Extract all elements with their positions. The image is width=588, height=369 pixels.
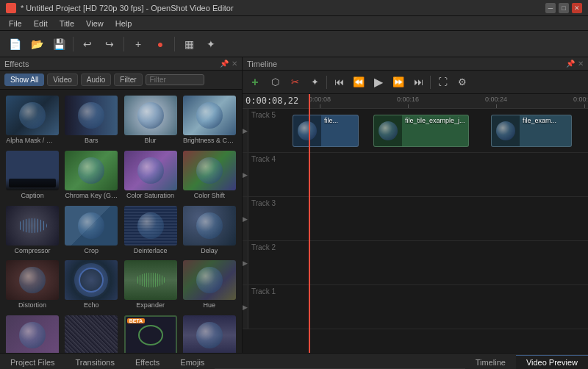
filter-audio[interactable]: Audio bbox=[81, 74, 112, 86]
effect-item-hue[interactable]: Hue bbox=[182, 259, 237, 311]
enable-clips-button[interactable]: ⬡ bbox=[265, 73, 284, 92]
track-label-5: ▶ bbox=[243, 285, 248, 329]
new-button[interactable]: 📄 bbox=[4, 34, 25, 54]
effects-button[interactable]: ✦ bbox=[201, 34, 221, 54]
menu-file[interactable]: File bbox=[3, 16, 28, 30]
fast-forward-button[interactable]: ⏩ bbox=[389, 73, 408, 92]
menu-title[interactable]: Title bbox=[54, 16, 80, 30]
clip-0[interactable]: file... bbox=[293, 115, 359, 147]
toolbar-sep-3 bbox=[174, 37, 175, 51]
import-button[interactable]: + bbox=[128, 34, 148, 54]
effect-item-bars[interactable]: Bars bbox=[63, 94, 119, 146]
tab-project-files[interactable]: Project Files bbox=[0, 355, 65, 369]
track-label-3: ▶ bbox=[243, 197, 248, 240]
effect-item-color-saturation[interactable]: Color Saturation bbox=[123, 149, 179, 201]
effect-label: Brightness & Co... bbox=[183, 137, 236, 145]
track-content-2[interactable]: Track 4 bbox=[248, 153, 588, 196]
effect-item-brightness---co---[interactable]: Brightness & Co... bbox=[182, 94, 237, 146]
track-content-3[interactable]: Track 3 bbox=[248, 197, 588, 240]
effect-item-compressor[interactable]: Compressor bbox=[4, 204, 60, 257]
track-content-1[interactable]: Track 5file...file_tile_example_j...file… bbox=[248, 109, 588, 152]
effect-item-noise[interactable]: Noise bbox=[63, 314, 119, 353]
filter-show-all[interactable]: Show All bbox=[4, 74, 44, 86]
tab-video-preview[interactable]: Video Preview bbox=[516, 355, 588, 369]
effect-item-alpha-mask---wi---[interactable]: Alpha Mask / Wi... bbox=[4, 94, 60, 146]
menu-edit[interactable]: Edit bbox=[28, 16, 54, 30]
open-button[interactable]: 📂 bbox=[26, 34, 47, 54]
effect-label: Blur bbox=[145, 137, 157, 145]
undo-button[interactable]: ↩ bbox=[77, 34, 98, 54]
track-label-1: ▶ bbox=[243, 109, 248, 152]
play-button[interactable]: ▶ bbox=[369, 73, 388, 92]
effect-label: Alpha Mask / Wi... bbox=[6, 137, 59, 145]
tl-sep-2 bbox=[430, 76, 431, 89]
time-mark-4: 0:00:32 bbox=[573, 96, 588, 108]
tab-timeline[interactable]: Timeline bbox=[465, 355, 516, 369]
track-content-4[interactable]: Track 2 bbox=[248, 241, 588, 284]
cut-button[interactable]: ✂ bbox=[285, 73, 304, 92]
track-4: ▶Track 2 bbox=[243, 241, 588, 285]
filter-video[interactable]: Video bbox=[47, 74, 77, 86]
time-mark-1: 0:00:08 bbox=[309, 96, 331, 108]
track-content-5[interactable]: Track 1 bbox=[248, 285, 588, 329]
redo-button[interactable]: ↪ bbox=[99, 34, 120, 54]
effect-item-color-shift[interactable]: Color Shift bbox=[182, 149, 237, 201]
effect-item-delay[interactable]: Delay bbox=[182, 204, 237, 257]
minimize-button[interactable]: ─ bbox=[545, 3, 556, 13]
effect-label: Bars bbox=[85, 137, 98, 145]
effect-item-distortion[interactable]: Distortion bbox=[4, 259, 60, 311]
settings-button[interactable]: ⚙ bbox=[453, 73, 472, 92]
prev-marker-button[interactable]: ⏮ bbox=[329, 73, 348, 92]
next-marker-button[interactable]: ⏭ bbox=[409, 73, 428, 92]
effect-item-deinterlace[interactable]: Deinterlace bbox=[123, 204, 179, 257]
timeline-close-icon[interactable]: ✕ bbox=[578, 60, 584, 68]
tab-effects[interactable]: Effects bbox=[125, 355, 170, 369]
tab-transitions[interactable]: Transitions bbox=[65, 355, 125, 369]
time-mark-3: 0:00:24 bbox=[485, 96, 507, 108]
effect-item-expander[interactable]: Expander bbox=[123, 259, 179, 311]
track-name-label: Track 1 bbox=[251, 287, 276, 295]
effects-search-input[interactable] bbox=[146, 74, 204, 85]
effect-item-echo[interactable]: Echo bbox=[63, 259, 119, 311]
effect-item-crop[interactable]: Crop bbox=[63, 204, 119, 257]
effect-item-negative[interactable]: Negative bbox=[4, 314, 60, 353]
window-title: * Untitled Project [HD 720p 30 fps] - Op… bbox=[21, 4, 545, 12]
maximize-button[interactable]: □ bbox=[559, 3, 569, 13]
rewind-button[interactable]: ⏪ bbox=[349, 73, 368, 92]
effect-item-object-detector[interactable]: BETAObject Detector bbox=[123, 314, 179, 353]
menubar: File Edit Title View Help bbox=[0, 16, 588, 31]
timeline-title: Timeline bbox=[247, 60, 277, 68]
effect-item-parametric-eq[interactable]: Parametric EQ bbox=[182, 314, 237, 353]
effects-grid: Alpha Mask / Wi...BarsBlurBrightness & C… bbox=[0, 90, 242, 353]
effects-close-icon[interactable]: ✕ bbox=[232, 60, 237, 68]
menu-help[interactable]: Help bbox=[110, 16, 138, 30]
right-panel: Timeline 📌 ✕ + ⬡ ✂ ✦ ⏮ ⏪ ▶ ⏩ ⏭ ⛶ ⚙ 0: bbox=[243, 57, 588, 353]
effect-label: Compressor bbox=[15, 247, 51, 255]
full-screen-button[interactable]: ⛶ bbox=[433, 73, 452, 92]
menu-view[interactable]: View bbox=[80, 16, 110, 30]
effects-panel-header: Effects 📌 ✕ bbox=[0, 57, 242, 71]
effect-label: Distortion bbox=[18, 301, 46, 309]
effect-item-blur[interactable]: Blur bbox=[123, 94, 179, 146]
track-label-2: ▶ bbox=[243, 153, 248, 196]
tracks-container: ▶Track 5file...file_tile_example_j...fil… bbox=[243, 109, 588, 353]
effect-label: Deinterlace bbox=[134, 247, 168, 255]
effect-label: Hue bbox=[204, 301, 216, 309]
filter-filter[interactable]: Filter bbox=[114, 74, 142, 86]
track-arrow-icon: ▶ bbox=[243, 127, 248, 135]
clip-1[interactable]: file_tile_example_j... bbox=[373, 115, 469, 147]
effect-label: Delay bbox=[201, 247, 218, 255]
close-button[interactable]: ✕ bbox=[572, 3, 582, 13]
tab-emojis[interactable]: Emojis bbox=[170, 355, 215, 369]
time-display: 0:00:08,22 bbox=[245, 96, 298, 106]
clip-2[interactable]: file_exam... bbox=[491, 115, 572, 147]
effect-item-chroma-key--gr---[interactable]: Chroma Key (Gr... bbox=[63, 149, 119, 201]
effect-item-caption[interactable]: Caption bbox=[4, 149, 60, 201]
effect-label: Color Shift bbox=[194, 192, 225, 200]
add-track-button[interactable]: + bbox=[245, 73, 265, 92]
save-button[interactable]: 💾 bbox=[49, 34, 69, 54]
insert-marker-button[interactable]: ✦ bbox=[305, 73, 324, 92]
bottom-tabs: Project Files Transitions Effects Emojis… bbox=[0, 353, 588, 369]
transitions-button[interactable]: ▦ bbox=[179, 34, 199, 54]
export-button[interactable]: ● bbox=[150, 34, 171, 54]
